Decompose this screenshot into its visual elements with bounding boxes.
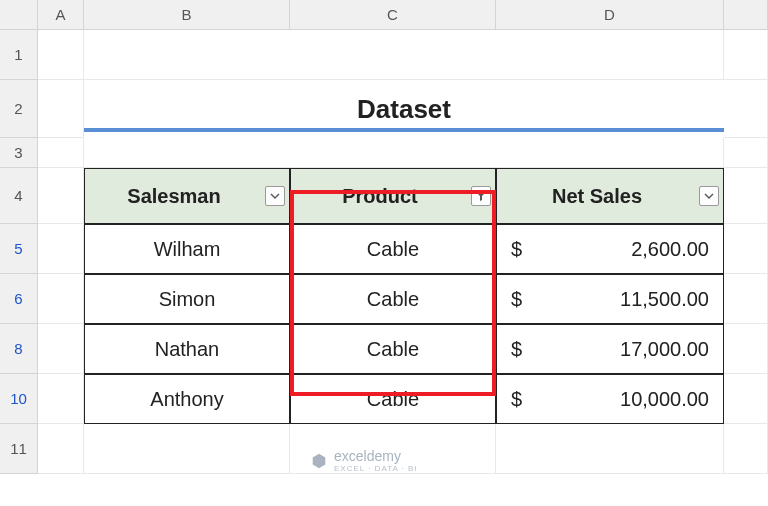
watermark-tagline: EXCEL · DATA · BI	[334, 464, 418, 473]
spreadsheet-grid: A B C D 1 2 Dataset 3 4 Salesman Product…	[0, 0, 768, 506]
col-head-B[interactable]: B	[84, 0, 290, 30]
cell-product-0[interactable]: Cable	[290, 224, 496, 274]
cell-A11[interactable]	[38, 424, 84, 474]
product-value: Cable	[367, 288, 419, 311]
cell-E3[interactable]	[724, 138, 768, 168]
row-head-3[interactable]: 3	[0, 138, 38, 168]
product-value: Cable	[367, 388, 419, 411]
cube-icon	[310, 452, 328, 470]
row-head-2[interactable]: 2	[0, 80, 38, 138]
cell-merged-row3[interactable]	[84, 138, 724, 168]
row-head-5[interactable]: 5	[0, 224, 38, 274]
title-cell[interactable]: Dataset	[84, 80, 724, 138]
cell-E6[interactable]	[724, 274, 768, 324]
product-value: Cable	[367, 238, 419, 261]
currency-symbol: $	[511, 388, 522, 411]
cell-product-2[interactable]: Cable	[290, 324, 496, 374]
cell-B11[interactable]	[84, 424, 290, 474]
cell-netsales-0[interactable]: $2,600.00	[496, 224, 724, 274]
cell-netsales-1[interactable]: $11,500.00	[496, 274, 724, 324]
cell-D11[interactable]	[496, 424, 724, 474]
cell-netsales-3[interactable]: $10,000.00	[496, 374, 724, 424]
cell-product-3[interactable]: Cable	[290, 374, 496, 424]
header-salesman-label: Salesman	[127, 185, 220, 208]
col-head-next[interactable]	[724, 0, 768, 30]
cell-A10[interactable]	[38, 374, 84, 424]
watermark-brand: exceldemy	[334, 448, 401, 464]
row-head-1[interactable]: 1	[0, 30, 38, 80]
cell-A4[interactable]	[38, 168, 84, 224]
watermark: exceldemy EXCEL · DATA · BI	[310, 448, 418, 473]
cell-E5[interactable]	[724, 224, 768, 274]
cell-E4[interactable]	[724, 168, 768, 224]
currency-symbol: $	[511, 288, 522, 311]
cell-A5[interactable]	[38, 224, 84, 274]
col-head-C[interactable]: C	[290, 0, 496, 30]
cell-salesman-2[interactable]: Nathan	[84, 324, 290, 374]
header-salesman[interactable]: Salesman	[84, 168, 290, 224]
cell-product-1[interactable]: Cable	[290, 274, 496, 324]
col-head-A[interactable]: A	[38, 0, 84, 30]
title-underline	[84, 128, 724, 132]
cell-E2[interactable]	[724, 80, 768, 138]
cell-A2[interactable]	[38, 80, 84, 138]
row-head-11[interactable]: 11	[0, 424, 38, 474]
cell-salesman-0[interactable]: Wilham	[84, 224, 290, 274]
cell-A3[interactable]	[38, 138, 84, 168]
row-head-10[interactable]: 10	[0, 374, 38, 424]
product-value: Cable	[367, 338, 419, 361]
row-head-4[interactable]: 4	[0, 168, 38, 224]
select-all-corner[interactable]	[0, 0, 38, 30]
salesman-value: Simon	[159, 288, 216, 311]
cell-salesman-3[interactable]: Anthony	[84, 374, 290, 424]
header-net-sales-label: Net Sales	[552, 185, 642, 208]
cell-A6[interactable]	[38, 274, 84, 324]
net-sales-value: 2,600.00	[631, 238, 709, 261]
net-sales-value: 11,500.00	[620, 288, 709, 311]
cell-merged-row1[interactable]	[84, 30, 724, 80]
filter-button-net-sales[interactable]	[699, 186, 719, 206]
currency-symbol: $	[511, 338, 522, 361]
header-net-sales[interactable]: Net Sales	[496, 168, 724, 224]
salesman-value: Anthony	[150, 388, 223, 411]
cell-A1[interactable]	[38, 30, 84, 80]
cell-E1[interactable]	[724, 30, 768, 80]
chevron-down-icon	[704, 191, 714, 201]
title-text: Dataset	[357, 94, 451, 125]
filter-button-salesman[interactable]	[265, 186, 285, 206]
filter-button-product-active[interactable]	[471, 186, 491, 206]
row-head-6[interactable]: 6	[0, 274, 38, 324]
salesman-value: Nathan	[155, 338, 220, 361]
header-product-label: Product	[342, 185, 418, 208]
cell-salesman-1[interactable]: Simon	[84, 274, 290, 324]
cell-E11[interactable]	[724, 424, 768, 474]
row-head-8[interactable]: 8	[0, 324, 38, 374]
cell-E8[interactable]	[724, 324, 768, 374]
net-sales-value: 17,000.00	[620, 338, 709, 361]
chevron-down-icon	[270, 191, 280, 201]
salesman-value: Wilham	[154, 238, 221, 261]
cell-A8[interactable]	[38, 324, 84, 374]
funnel-icon	[475, 190, 487, 202]
col-head-D[interactable]: D	[496, 0, 724, 30]
header-product[interactable]: Product	[290, 168, 496, 224]
net-sales-value: 10,000.00	[620, 388, 709, 411]
currency-symbol: $	[511, 238, 522, 261]
cell-E10[interactable]	[724, 374, 768, 424]
cell-netsales-2[interactable]: $17,000.00	[496, 324, 724, 374]
